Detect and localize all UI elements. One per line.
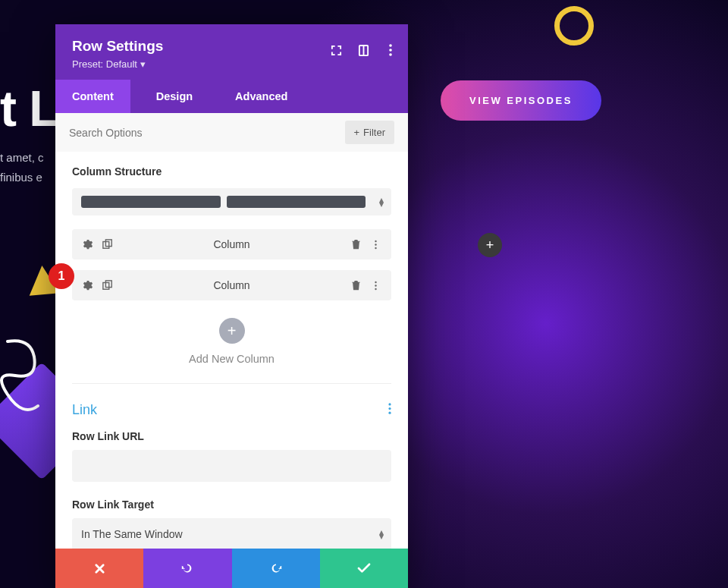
svg-point-9 [375, 247, 376, 248]
column-structure-label: Column Structure [72, 165, 391, 178]
kebab-menu-icon[interactable] [384, 43, 397, 57]
search-row: + Filter [55, 113, 408, 152]
add-new-column-label: Add New Column [55, 353, 408, 365]
svg-point-12 [375, 281, 376, 282]
column-bar-icon [227, 196, 366, 208]
kebab-menu-icon[interactable] [370, 239, 381, 250]
row-link-target-select-wrap: In The Same Window ▴▾ [72, 518, 391, 549]
tab-design[interactable]: Design [130, 80, 218, 113]
row-link-url-label: Row Link URL [72, 430, 391, 442]
row-link-url-field: Row Link URL [55, 423, 408, 495]
svg-point-8 [375, 244, 376, 245]
modal-tabs: Content Design Advanced [55, 80, 408, 113]
background-heading-fragment: t L [0, 80, 59, 137]
svg-point-3 [389, 49, 392, 52]
kebab-menu-icon[interactable] [388, 403, 391, 417]
undo-button[interactable] [143, 549, 231, 588]
modal-body[interactable]: + Filter Column Structure ▴▾ Column [55, 113, 408, 549]
cancel-button[interactable] [55, 549, 143, 588]
redo-icon [269, 561, 283, 575]
expand-icon[interactable] [329, 43, 343, 57]
link-heading: Link [72, 402, 97, 418]
save-button[interactable] [320, 549, 408, 588]
duplicate-icon[interactable] [102, 239, 113, 250]
svg-point-2 [389, 44, 392, 47]
decorative-ring-icon [554, 6, 594, 46]
link-section-header[interactable]: Link [55, 391, 408, 423]
svg-point-17 [388, 412, 391, 414]
columns-list: Column Column [55, 229, 408, 315]
row-link-target-select[interactable]: In The Same Window [72, 518, 391, 549]
background-paragraph: t amet, c finibus e [0, 148, 44, 187]
select-caret-icon: ▴▾ [379, 530, 384, 539]
gear-icon[interactable] [83, 239, 93, 250]
plus-icon: + [354, 127, 360, 138]
section-divider [72, 383, 391, 384]
row-link-url-input[interactable] [72, 450, 391, 482]
row-link-target-label: Row Link Target [72, 498, 391, 511]
step-badge-1: 1 [49, 263, 74, 289]
add-module-button[interactable]: + [478, 233, 502, 257]
column-structure-section: Column Structure ▴▾ [55, 152, 408, 229]
gear-icon[interactable] [83, 280, 93, 291]
svg-point-14 [375, 288, 376, 289]
kebab-menu-icon[interactable] [370, 280, 381, 291]
preset-selector[interactable]: Preset: Default ▾ [72, 58, 146, 70]
add-new-column-section: + Add New Column [55, 315, 408, 376]
svg-point-4 [389, 53, 392, 56]
undo-icon [180, 561, 194, 575]
svg-point-13 [375, 285, 376, 286]
chevron-down-icon: ▾ [140, 58, 146, 70]
check-icon [357, 563, 371, 574]
close-icon [94, 563, 105, 574]
redo-button[interactable] [232, 549, 320, 588]
trash-icon[interactable] [350, 280, 361, 291]
view-episodes-button[interactable]: VIEW EPISODES [441, 80, 601, 121]
responsive-icon[interactable] [356, 43, 370, 57]
modal-header-actions [329, 43, 397, 57]
filter-button[interactable]: + Filter [345, 121, 394, 144]
search-input[interactable] [69, 127, 345, 139]
svg-point-7 [375, 240, 376, 241]
column-item: Column [72, 270, 391, 300]
column-bar-icon [81, 196, 221, 208]
select-caret-icon: ▴▾ [379, 197, 384, 206]
column-label: Column [213, 279, 249, 291]
bg-para-line1: t amet, c [0, 151, 44, 164]
svg-point-15 [388, 403, 391, 405]
modal-header: Row Settings Preset: Default ▾ [55, 24, 408, 80]
preset-label: Preset: Default [72, 58, 137, 70]
tab-advanced[interactable]: Advanced [218, 80, 304, 113]
row-link-target-field: Row Link Target In The Same Window ▴▾ [55, 495, 408, 549]
filter-label: Filter [363, 127, 385, 138]
column-label: Column [213, 238, 249, 250]
row-settings-modal: Row Settings Preset: Default ▾ Content D… [55, 24, 408, 588]
column-structure-selector[interactable]: ▴▾ [72, 188, 391, 215]
add-column-button[interactable]: + [219, 318, 245, 344]
column-item: Column [72, 229, 391, 259]
trash-icon[interactable] [350, 239, 361, 250]
tab-content[interactable]: Content [55, 80, 130, 113]
svg-point-16 [388, 407, 391, 410]
bg-para-line2: finibus e [0, 171, 42, 184]
modal-footer [55, 549, 408, 588]
duplicate-icon[interactable] [102, 280, 113, 291]
